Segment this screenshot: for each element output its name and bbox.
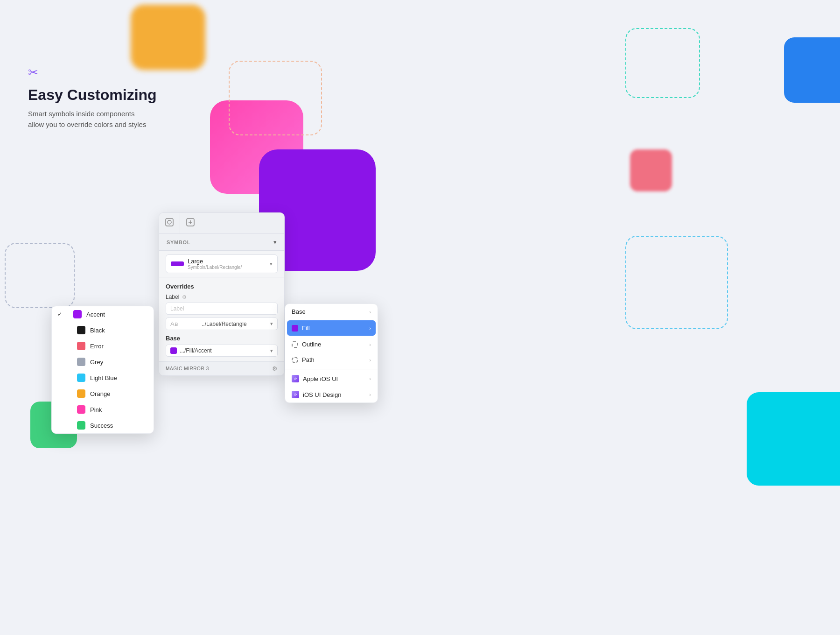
dashed-teal-rect [625,28,700,98]
swatch-error [77,342,85,350]
color-label-grey: Grey [90,359,103,366]
base-section: Base .../Fill/Accent ▾ [159,335,284,361]
overrides-section: Overrides Label ⚙ Label Aʙ ../Label/Rect… [159,277,284,330]
deco-cyan-right [747,392,840,486]
symbol-color-bar [171,261,184,266]
swatch-pink [77,405,85,414]
symbol-selector[interactable]: Large Symbols/Label/Rectangle/ ▾ [166,254,278,273]
base-label: Base [166,335,278,342]
label-select-row[interactable]: Aʙ ../Label/Rectangle ▾ [166,318,278,330]
color-label-orange: Orange [90,390,110,397]
dashed-blue-mid-rect [625,236,728,329]
color-item-black[interactable]: Black [52,322,154,338]
svg-rect-0 [166,219,173,226]
symbol-selector-row: Large Symbols/Label/Rectangle/ ▾ [159,251,284,277]
submenu-item-ios-design[interactable]: ⟳ iOS UI Design › [285,387,378,402]
submenu-outline-label: Outline [302,341,321,348]
color-label-accent: Accent [86,311,105,318]
submenu-base-label: Base [292,308,306,315]
panel-header: SYMBOL ▾ [159,234,284,251]
swatch-grey [77,358,85,366]
color-item-error[interactable]: Error [52,338,154,354]
label-select-chevron: ▾ [270,321,273,327]
submenu-ios-design-arrow: › [369,392,371,397]
fill-value: .../Fill/Accent [180,347,212,354]
color-item-pink[interactable]: Pink [52,402,154,417]
deco-red [630,149,672,191]
label-gear-icon[interactable]: ⚙ [182,294,187,300]
submenu-apple-ios-arrow: › [369,376,371,381]
check-accent: ✓ [57,311,62,318]
submenu-item-apple-ios[interactable]: ⟳ Apple iOS UI › [285,371,378,387]
submenu-path-arrow: › [369,357,371,363]
label-field-row: Label ⚙ [166,294,278,300]
submenu-fill-arrow: › [369,325,371,331]
color-item-accent[interactable]: ✓ Accent [52,306,154,322]
color-label-success: Success [90,422,113,429]
symbol-chevron-icon: ▾ [270,261,273,267]
submenu-apple-ios-label: Apple iOS UI [303,375,338,382]
path-icon [292,357,298,363]
submenu-fill-label: Fill [302,325,310,332]
symbol-name: Large [188,258,242,265]
submenu-separator [285,369,378,369]
panel-icon-symbol[interactable] [159,213,180,233]
deco-blue-right [784,37,840,103]
color-item-grey[interactable]: Grey [52,354,154,370]
symbol-preview: Large Symbols/Label/Rectangle/ [171,258,242,270]
ios-design-logo: ⟳ [292,391,299,398]
submenu-path-label: Path [302,356,315,363]
deco-orange [131,5,205,70]
color-label-error: Error [90,343,104,350]
label-select-value: ../Label/Rectangle [202,321,247,327]
submenu-item-fill[interactable]: Fill › [287,320,376,336]
swatch-success [77,421,85,430]
select-ab-icon: Aʙ [170,320,178,327]
overrides-title: Overrides [166,283,278,290]
submenu-ios-design-label: iOS UI Design [303,391,341,398]
symbol-panel: SYMBOL ▾ Large Symbols/Label/Rectangle/ … [159,212,285,376]
footer-brand-label: MAGIC MIRROR 3 [166,366,209,371]
panel-header-label: SYMBOL [167,240,190,245]
color-item-lightblue[interactable]: Light Blue [52,370,154,386]
fill-dot [170,347,177,354]
submenu-outline-arrow: › [369,342,371,347]
submenu-item-outline[interactable]: Outline › [285,337,378,352]
customizing-icon: ✂ [28,65,157,80]
footer-gear-icon[interactable]: ⚙ [272,365,278,372]
swatch-black [77,326,85,334]
color-item-orange[interactable]: Orange [52,386,154,402]
submenu-item-base[interactable]: Base › [285,304,378,319]
submenu-item-path[interactable]: Path › [285,352,378,367]
outline-icon [292,341,298,348]
svg-point-1 [168,220,171,224]
header-chevron-icon[interactable]: ▾ [273,239,277,246]
color-label-pink: Pink [90,406,102,413]
swatch-accent [73,310,82,318]
label-field-label: Label [166,294,179,300]
panel-icon-insert[interactable] [180,213,201,233]
color-label-black: Black [90,327,105,334]
label-text-input[interactable]: Label [166,303,278,315]
dashed-peach-rect [229,61,322,135]
apple-ios-logo: ⟳ [292,375,299,382]
page-subtitle: Smart symbols inside components allow yo… [28,108,157,130]
hero-section: ✂ Easy Customizing Smart symbols inside … [28,65,157,130]
page-title: Easy Customizing [28,86,157,104]
swatch-lightblue [77,374,85,382]
submenu-base-arrow: › [369,309,371,315]
dashed-gray-rect [5,243,75,308]
swatch-orange [77,389,85,398]
fill-chevron-icon: ▾ [270,348,273,354]
color-item-success[interactable]: Success [52,417,154,433]
fill-swatch [292,325,298,332]
fill-accent-select[interactable]: .../Fill/Accent ▾ [166,345,278,357]
panel-footer: MAGIC MIRROR 3 ⚙ [159,361,284,375]
submenu[interactable]: Base › Fill › Outline › Path › [285,303,378,403]
panel-area: ✓ Accent Black Error Grey Light Blue [159,212,285,376]
symbol-path: Symbols/Label/Rectangle/ [188,265,242,270]
color-dropdown[interactable]: ✓ Accent Black Error Grey Light Blue [51,306,154,434]
color-label-lightblue: Light Blue [90,374,117,381]
